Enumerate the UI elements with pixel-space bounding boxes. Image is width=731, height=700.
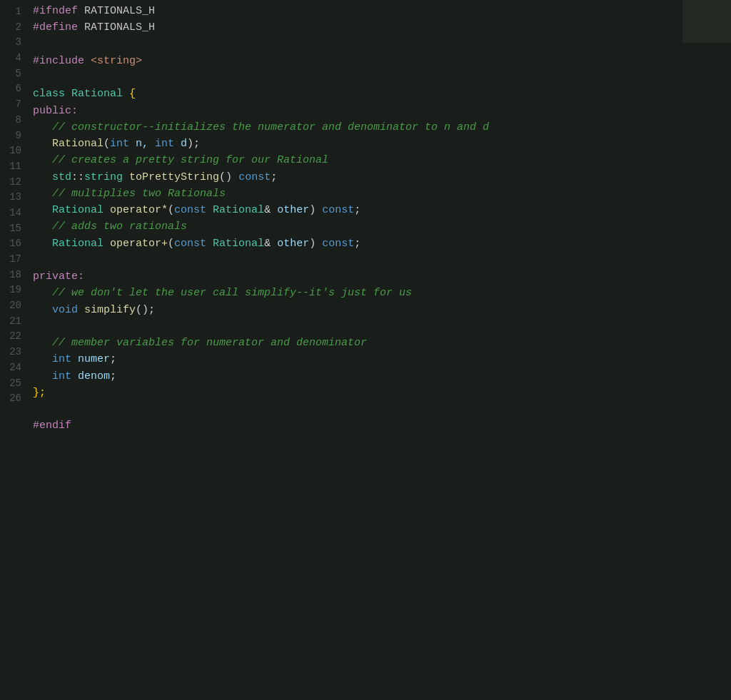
line-number: 9 [3, 128, 21, 144]
code-line: #define RATIONALS_H [33, 19, 731, 36]
token: int [110, 138, 129, 150]
token [78, 304, 84, 316]
token: RATIONALS_H [84, 5, 155, 17]
token: int [52, 370, 71, 382]
token: <string> [91, 55, 142, 67]
line-number: 7 [3, 97, 21, 113]
code-line: Rational operator*(const Rational& other… [33, 202, 731, 218]
token: denom [78, 370, 110, 382]
token: operator* [110, 204, 168, 216]
line-number: 1 [3, 4, 21, 20]
token [33, 337, 52, 349]
token: ); [187, 138, 200, 150]
code-line: }; [33, 385, 731, 401]
code-line: Rational(int n, int d); [33, 136, 731, 152]
token: Rational [71, 88, 123, 100]
token: toPrettyString [129, 171, 219, 183]
token: Rational [213, 204, 264, 216]
code-line: private: [33, 268, 731, 285]
code-line: // multiplies two Rationals [33, 186, 731, 202]
token: ; [110, 370, 116, 382]
token: private [33, 270, 78, 283]
code-line: std::string toPrettyString() const; [33, 169, 731, 186]
token [33, 287, 52, 299]
line-numbers: 1234567891011121314151617181920212223242… [0, 3, 27, 700]
token: & [264, 204, 277, 216]
code-line: // we don't let the user call simplify--… [33, 285, 731, 301]
line-number: 6 [3, 81, 21, 97]
token [33, 138, 52, 150]
token: const [322, 204, 354, 216]
token: ( [168, 204, 174, 216]
token: #endif [33, 420, 71, 432]
code-line: // adds two rationals [33, 218, 731, 235]
line-number: 26 [3, 391, 21, 407]
line-number: 25 [3, 376, 21, 392]
token: // member variables for numerator and de… [52, 337, 367, 349]
token: (); [136, 304, 155, 316]
token: : [78, 270, 84, 283]
token [33, 204, 52, 216]
code-line: Rational operator+(const Rational& other… [33, 235, 731, 252]
line-number: 13 [3, 190, 21, 206]
token: const [238, 171, 271, 183]
token: ( [168, 238, 174, 250]
line-number: 5 [3, 66, 21, 82]
line-number: 23 [3, 345, 21, 360]
token [33, 154, 52, 166]
token: // creates a pretty string for our Ratio… [52, 154, 328, 166]
line-number: 16 [3, 236, 21, 252]
token: // constructor--initializes the numerato… [52, 121, 489, 133]
token: ) [309, 204, 322, 216]
token: n, [129, 138, 155, 150]
code-line: #include <string> [33, 53, 731, 69]
token [33, 353, 52, 365]
code-line [33, 401, 731, 417]
token: std [52, 171, 71, 183]
token: numer [78, 353, 110, 365]
token: Rational [52, 138, 104, 150]
line-number: 19 [3, 283, 21, 298]
token: other [277, 238, 309, 250]
token: RATIONALS_H [84, 21, 155, 34]
code-line [33, 36, 731, 53]
code-line: int numer; [33, 351, 731, 367]
code-line: class Rational { [33, 86, 731, 102]
line-number: 24 [3, 360, 21, 376]
token: ; [110, 353, 116, 365]
code-line: public: [33, 103, 731, 119]
code-area[interactable]: #ifndef RATIONALS_H#define RATIONALS_H #… [27, 3, 731, 700]
token: :: [71, 171, 84, 183]
token: const [322, 238, 354, 250]
token [206, 204, 213, 216]
token [33, 370, 52, 382]
token: & [264, 238, 277, 250]
token [104, 238, 110, 250]
token [206, 238, 213, 250]
token: }; [33, 387, 46, 399]
line-number: 17 [3, 252, 21, 268]
token [123, 171, 129, 183]
token: ; [271, 171, 277, 183]
token [33, 238, 52, 250]
token: class [33, 88, 71, 100]
token [33, 171, 52, 183]
token [71, 353, 78, 365]
code-line: // member variables for numerator and de… [33, 335, 731, 351]
token: Rational [52, 204, 104, 216]
token [33, 188, 52, 200]
token: void [52, 304, 78, 316]
code-line [33, 69, 731, 86]
token: const [174, 204, 206, 216]
line-number: 22 [3, 329, 21, 345]
token: { [123, 88, 136, 100]
token: () [219, 171, 238, 183]
token [104, 204, 110, 216]
code-line: #endif [33, 417, 731, 434]
token: other [277, 204, 309, 216]
token: // adds two rationals [52, 220, 187, 233]
token: ) [309, 238, 322, 250]
line-number: 20 [3, 298, 21, 314]
token [71, 370, 78, 382]
line-number: 2 [3, 20, 21, 36]
